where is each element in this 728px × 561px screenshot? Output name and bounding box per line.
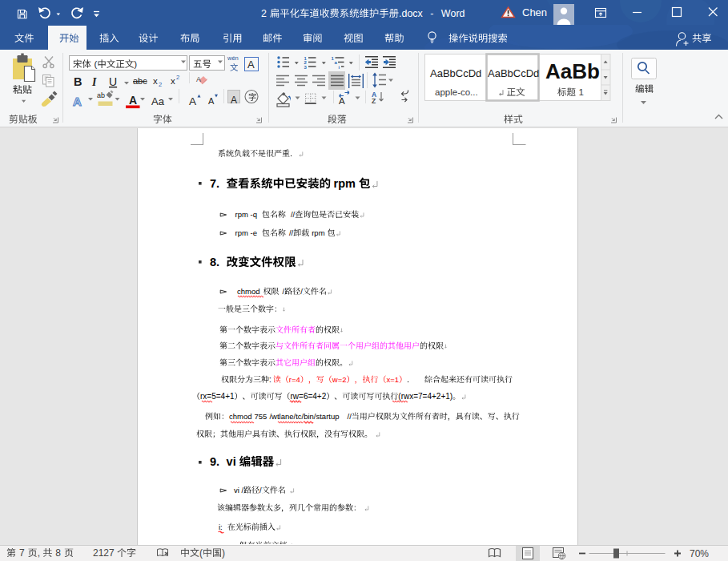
svg-text:2127: 2127 [93, 547, 115, 559]
svg-text:x=1: x=1 [387, 375, 400, 384]
svg-text://: // [347, 412, 352, 421]
svg-text:,: , [38, 547, 40, 559]
svg-text://: // [290, 210, 295, 219]
svg-text:rpm -q: rpm -q [235, 210, 256, 219]
svg-text:w:: w: [227, 541, 235, 544]
svg-text:8.: 8. [210, 256, 219, 268]
svg-text:r=4: r=4 [289, 375, 300, 384]
svg-text:8: 8 [55, 547, 61, 559]
svg-text:/: / [300, 287, 303, 296]
svg-text:rpm: rpm [333, 177, 355, 190]
svg-text:rpm: rpm [312, 228, 324, 237]
svg-text:7: 7 [19, 547, 25, 559]
svg-text:w=2: w=2 [332, 375, 347, 384]
svg-text:(: ( [199, 547, 203, 559]
svg-text:vi /: vi / [234, 486, 244, 494]
svg-text:7.: 7. [210, 177, 219, 190]
svg-text:70%: 70% [690, 548, 709, 559]
svg-text:vi: vi [226, 455, 235, 468]
svg-text:9.: 9. [210, 455, 219, 468]
svg-text::: : [269, 375, 271, 384]
svg-text://: // [288, 228, 293, 237]
svg-text:755: 755 [254, 412, 267, 421]
svg-text:): ) [222, 547, 225, 559]
svg-text:/: / [259, 486, 262, 494]
svg-text:rpm -e: rpm -e [235, 228, 256, 237]
svg-text:/: / [282, 287, 284, 296]
